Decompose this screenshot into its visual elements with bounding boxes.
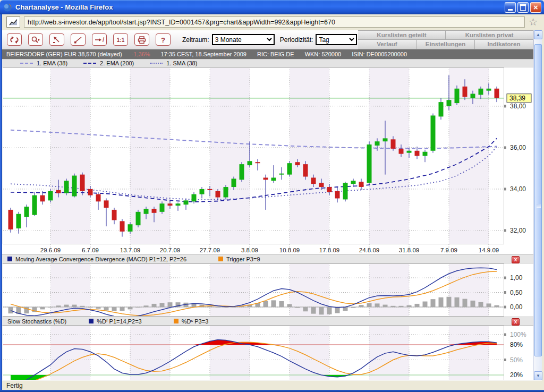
candlestick [224, 187, 228, 198]
week-shading-band [290, 326, 329, 380]
one-to-one-button[interactable]: 1:1 [113, 33, 128, 46]
indikatoren-button[interactable]: Indikatoren [475, 40, 533, 49]
candlestick [391, 139, 396, 149]
candlestick [264, 177, 268, 180]
trendline-icon [73, 36, 83, 44]
periodizitaet-select[interactable]: Tag [316, 34, 357, 45]
title-bar[interactable]: Chartanalyse - Mozilla Firefox × [0, 0, 544, 14]
candlestick [200, 189, 205, 194]
week-shading-band [290, 67, 329, 244]
candlestick [335, 191, 340, 199]
macd-histogram-bar [264, 301, 268, 307]
scroll-up-button[interactable]: ▲ [534, 30, 542, 39]
x-axis-date-label: 14.9.09 [479, 247, 499, 253]
macd-histogram-bar [128, 307, 133, 309]
maximize-button[interactable] [517, 2, 529, 13]
candlestick [399, 149, 404, 154]
svg-text:1:1: 1:1 [117, 37, 125, 43]
trigger-label: Trigger P3=9 [226, 256, 260, 262]
zeitraum-select[interactable]: 3 Monate [212, 34, 275, 45]
vertical-scrollbar[interactable]: ▲ ▼ [533, 30, 542, 380]
refresh-icon [9, 36, 20, 44]
macd-histogram-bar [447, 297, 452, 307]
window-border-bottom [0, 390, 544, 392]
candlestick [16, 214, 21, 228]
candlestick [192, 194, 197, 202]
stochastics-close-button[interactable]: x [512, 318, 520, 326]
macd-legend-swatch [7, 257, 12, 261]
url-input[interactable] [24, 16, 525, 28]
macd-chart[interactable]: 1,000,500,00 [2, 263, 533, 317]
candlestick [48, 191, 53, 201]
einstellungen-button[interactable]: Einstellungen [416, 40, 475, 49]
verlauf-button[interactable]: Verlauf [358, 40, 416, 49]
kurslisten-geteilt-button[interactable]: Kurslisten geteilt [358, 30, 446, 40]
macd-histogram-bar [391, 306, 396, 307]
week-shading-band [369, 326, 409, 380]
stochastics-title: Slow Stochastics (%D) [7, 318, 66, 325]
dslow-legend-swatch [174, 319, 178, 323]
candlestick [407, 151, 412, 153]
x-axis-date-label: 20.7.09 [160, 247, 180, 253]
line-tool-button[interactable] [71, 33, 86, 46]
week-shading-band [210, 326, 250, 380]
minimize-button[interactable] [505, 2, 516, 13]
main-price-chart[interactable]: 38,0036,0034,0032,0038,3929.6.096.7.0913… [2, 67, 533, 254]
periodizitaet-label: Periodizität: [280, 36, 313, 44]
kurslisten-privat-button[interactable]: Kurslisten privat [446, 30, 533, 40]
ema38-line-sample [20, 63, 33, 64]
y-axis-tick-label: 32,00 [510, 227, 526, 234]
macd-panel-header: Moving Average Convergence Divergence (M… [2, 254, 533, 263]
candlestick [112, 210, 117, 220]
stochastics-panel-header: Slow Stochastics (%D) %Dᶠ P1=14,P2=3 %Dˢ… [2, 317, 533, 326]
candlestick [375, 141, 380, 146]
macd-histogram-bar [168, 302, 173, 307]
refresh-button[interactable] [7, 33, 22, 46]
macd-histogram-bar [152, 304, 157, 307]
macd-histogram-bar [40, 307, 45, 309]
dfast-legend-swatch [89, 319, 94, 323]
zoom-button[interactable] [28, 33, 43, 46]
candlestick [471, 94, 475, 98]
zeitraum-label: Zeitraum: [182, 36, 209, 44]
week-shading-band [210, 263, 250, 317]
candlestick [8, 210, 13, 229]
macd-histogram-bar [279, 301, 284, 307]
macd-histogram-bar [495, 305, 499, 307]
scroll-down-button[interactable]: ▼ [534, 371, 542, 380]
candlestick [279, 174, 284, 175]
macd-histogram-bar [72, 305, 77, 307]
info-tool-button[interactable]: i [92, 33, 107, 46]
y-axis-tick-label: 1,00 [510, 274, 523, 282]
macd-close-button[interactable]: x [512, 256, 520, 263]
close-button[interactable]: × [530, 2, 541, 13]
macd-histogram-bar [216, 307, 220, 308]
overlay-legend: 1. EMA (38) 2. EMA (200) 1. SMA (38) [2, 59, 533, 67]
stochastics-chart[interactable]: 100%80%50%20% [2, 326, 533, 380]
candlestick [168, 203, 173, 206]
last-price-marker-label: 38,39 [509, 95, 525, 102]
status-text: Fertig [6, 382, 23, 389]
macd-histogram-bar [351, 307, 356, 308]
candlestick [160, 203, 165, 212]
candlestick [240, 164, 244, 180]
candlestick [463, 87, 468, 97]
macd-histogram-bar [431, 299, 436, 307]
y-axis-tick-label: 80% [510, 341, 523, 348]
scroll-up-icon: ▲ [536, 32, 540, 37]
candlestick [184, 200, 189, 204]
scrollbar-thumb[interactable] [534, 44, 542, 356]
macd-histogram-bar [359, 305, 364, 307]
print-button[interactable] [134, 33, 149, 46]
candlestick [383, 138, 388, 141]
macd-histogram-bar [415, 304, 420, 307]
candlestick [104, 200, 109, 208]
maximize-icon [520, 4, 526, 11]
pointer-tool-button[interactable] [49, 33, 64, 46]
help-button[interactable]: ? [156, 33, 171, 46]
macd-histogram-bar [160, 303, 165, 307]
legend-item-sma38: 1. SMA (38) [150, 60, 197, 66]
close-icon: × [533, 3, 538, 11]
bookmark-star-icon[interactable]: ☆ [529, 17, 538, 27]
candlestick [64, 181, 69, 193]
